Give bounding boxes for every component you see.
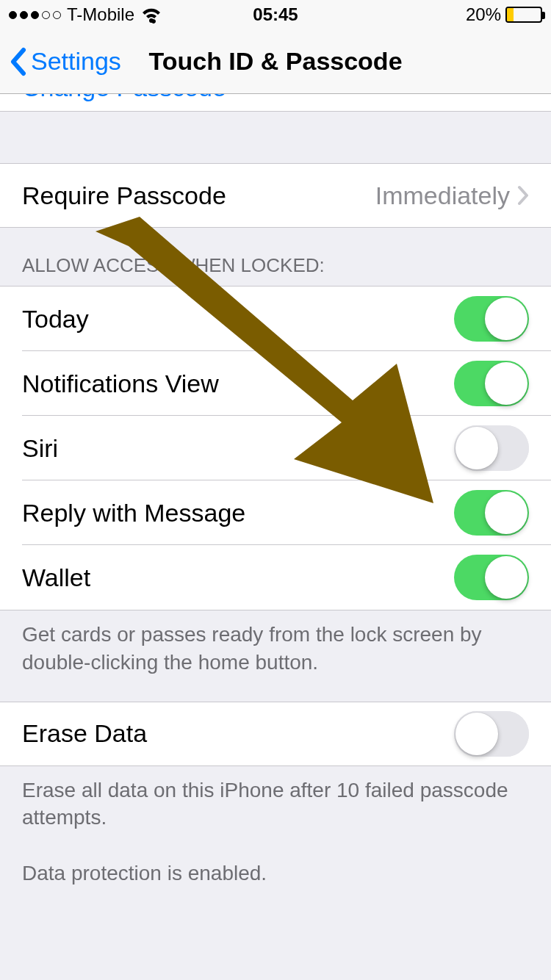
require-passcode-value: Immediately [375, 181, 510, 210]
toggle-switch-today[interactable] [454, 296, 529, 342]
back-label: Settings [31, 47, 121, 76]
toggle-row-siri[interactable]: Siri [0, 416, 551, 480]
change-passcode-row[interactable]: Change Passcode [0, 94, 551, 112]
wifi-icon [140, 6, 162, 24]
clock: 05:45 [253, 4, 298, 25]
toggle-switch-reply-with-message[interactable] [454, 490, 529, 536]
chevron-left-icon [9, 47, 26, 76]
erase-data-footer-line2: Data protection is enabled. [22, 860, 529, 887]
allow-access-header: Allow access when locked: [0, 228, 551, 286]
toggle-label: Siri [22, 434, 58, 463]
erase-data-footer: Erase all data on this iPhone after 10 f… [0, 766, 551, 905]
battery-percent: 20% [466, 4, 501, 25]
require-passcode-label: Require Passcode [22, 181, 226, 210]
toggle-switch-wallet[interactable] [454, 555, 529, 600]
erase-data-row[interactable]: Erase Data [0, 702, 551, 766]
toggle-switch-siri[interactable] [454, 425, 529, 471]
toggle-switch-erase-data[interactable] [454, 711, 529, 757]
toggle-label: Notifications View [22, 370, 219, 398]
erase-data-footer-line1: Erase all data on this iPhone after 10 f… [22, 777, 529, 832]
toggle-row-notifications-view[interactable]: Notifications View [0, 351, 551, 416]
status-left: T-Mobile [9, 4, 162, 25]
svg-point-0 [149, 18, 154, 23]
change-passcode-link[interactable]: Change Passcode [22, 94, 226, 102]
toggle-row-wallet[interactable]: Wallet [0, 545, 551, 610]
chevron-right-icon [517, 185, 529, 206]
toggle-label: Reply with Message [22, 499, 245, 527]
toggle-row-today[interactable]: Today [0, 287, 551, 351]
status-right: 20% [466, 4, 542, 25]
toggle-row-reply-with-message[interactable]: Reply with Message [0, 480, 551, 545]
status-bar: T-Mobile 05:45 20% [0, 0, 551, 29]
require-passcode-row[interactable]: Require Passcode Immediately [0, 163, 551, 228]
allow-access-footer: Get cards or passes ready from the lock … [0, 610, 551, 694]
toggle-switch-notifications-view[interactable] [454, 361, 529, 406]
toggle-label: Wallet [22, 563, 90, 592]
signal-strength-icon [9, 11, 61, 19]
allow-access-group: Today Notifications View Siri Reply with… [0, 286, 551, 610]
back-button[interactable]: Settings [0, 47, 121, 76]
erase-data-label: Erase Data [22, 719, 147, 748]
navigation-bar: Settings Touch ID & Passcode [0, 29, 551, 94]
carrier-label: T-Mobile [67, 4, 134, 25]
battery-icon [505, 7, 542, 23]
toggle-label: Today [22, 305, 89, 334]
